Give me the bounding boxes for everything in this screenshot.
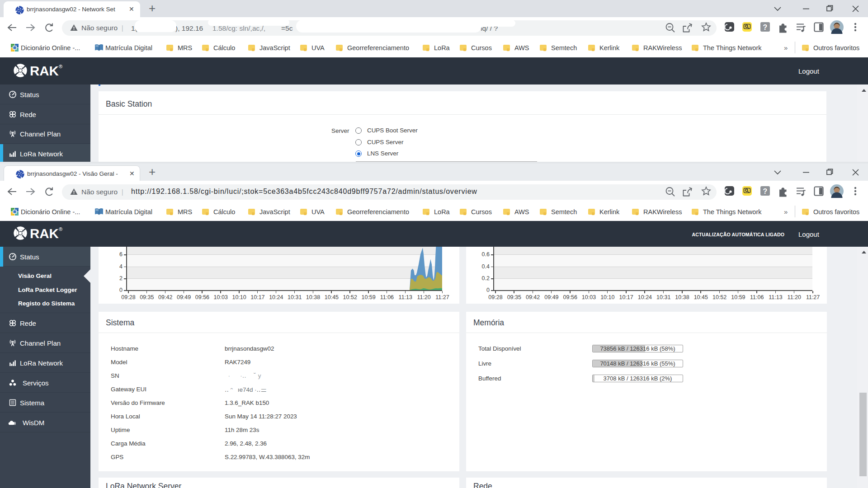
svg-text:?: ?: [763, 188, 768, 195]
svg-text:?: ?: [763, 23, 768, 31]
